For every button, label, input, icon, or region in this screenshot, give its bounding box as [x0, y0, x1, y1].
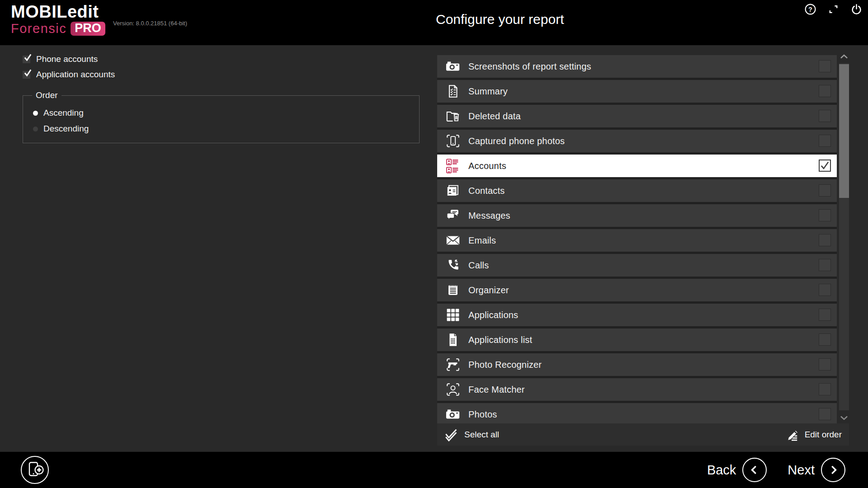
- messages-icon: [444, 207, 462, 224]
- account-type-checkboxes: Phone accountsApplication accounts: [23, 52, 420, 82]
- navigation: Back Next: [707, 452, 845, 488]
- report-item-label: Calls: [468, 260, 489, 271]
- footer-bar: Back Next: [0, 452, 868, 488]
- report-item-calls[interactable]: Calls: [437, 254, 837, 277]
- checkbox-box[interactable]: [23, 71, 30, 79]
- report-item-checkbox[interactable]: [819, 383, 831, 395]
- edit-order-button[interactable]: Edit order: [785, 428, 842, 441]
- report-item-photo-recognizer[interactable]: Photo Recognizer: [437, 353, 837, 376]
- report-item-organizer[interactable]: Organizer: [437, 279, 837, 301]
- select-all-button[interactable]: Select all: [444, 428, 499, 441]
- radio-dot[interactable]: [33, 111, 38, 116]
- header-bar: MOBILedit Forensic PRO Version: 8.0.0.21…: [0, 0, 868, 45]
- svg-text:?: ?: [808, 6, 812, 13]
- applications-list-icon: [444, 331, 462, 348]
- checkbox-phone-accounts[interactable]: Phone accounts: [23, 52, 420, 67]
- select-all-label: Select all: [464, 430, 499, 440]
- restore-window-icon[interactable]: [827, 3, 840, 15]
- accounts-icon: [444, 157, 462, 174]
- report-item-checkbox[interactable]: [819, 284, 831, 296]
- radio-ascending[interactable]: Ascending: [33, 108, 419, 118]
- camera-icon: [444, 406, 462, 423]
- report-item-face-matcher[interactable]: Face Matcher: [437, 378, 837, 401]
- report-item-applications[interactable]: Applications: [437, 304, 837, 326]
- edit-order-icon: [785, 428, 798, 441]
- edit-order-label: Edit order: [805, 430, 842, 440]
- logo-pro-badge: PRO: [71, 22, 105, 36]
- report-item-checkbox[interactable]: [819, 309, 831, 321]
- version-label: Version: 8.0.0.21851 (64-bit): [113, 20, 187, 27]
- chevron-right-icon: [827, 464, 839, 476]
- back-label: Back: [707, 463, 736, 478]
- captured-phone-icon: [444, 132, 462, 150]
- report-item-label: Summary: [468, 86, 508, 97]
- report-item-checkbox[interactable]: [819, 60, 831, 72]
- report-item-accounts[interactable]: Accounts: [437, 155, 837, 177]
- next-label: Next: [788, 463, 815, 478]
- add-phone-button[interactable]: [21, 456, 49, 484]
- report-item-label: Contacts: [468, 186, 505, 196]
- report-item-checkbox[interactable]: [819, 209, 831, 221]
- report-item-checkbox[interactable]: [819, 160, 831, 172]
- back-button[interactable]: [742, 458, 767, 482]
- scroll-down-icon[interactable]: [840, 415, 849, 421]
- applications-grid-icon: [444, 306, 462, 324]
- order-groupbox: Order AscendingDescending: [23, 95, 420, 143]
- logo-forensic: Forensic: [11, 22, 66, 35]
- report-item-summary[interactable]: Summary: [437, 80, 837, 103]
- mobiledit-logo: MOBILedit Forensic PRO: [11, 3, 105, 36]
- report-item-messages[interactable]: Messages: [437, 204, 837, 227]
- list-scrollbar[interactable]: [839, 53, 849, 423]
- report-item-checkbox[interactable]: [819, 110, 831, 122]
- report-item-label: Photos: [468, 409, 497, 420]
- power-icon[interactable]: [850, 3, 863, 15]
- report-list: Screenshots of report settingsSummaryDel…: [437, 55, 837, 423]
- report-item-applications-list[interactable]: Applications list: [437, 328, 837, 351]
- report-item-label: Captured phone photos: [468, 136, 565, 146]
- report-item-emails[interactable]: Emails: [437, 229, 837, 252]
- help-icon[interactable]: ?: [804, 3, 816, 15]
- checkbox-application-accounts[interactable]: Application accounts: [23, 67, 420, 82]
- report-item-label: Face Matcher: [468, 385, 525, 395]
- contacts-icon: [444, 182, 462, 199]
- order-group-label: Order: [32, 90, 61, 100]
- radio-label: Descending: [43, 124, 89, 134]
- page-title: Configure your report: [436, 12, 564, 27]
- report-item-contacts[interactable]: Contacts: [437, 179, 837, 202]
- left-panel: Phone accountsApplication accounts Order…: [23, 52, 420, 82]
- radio-descending[interactable]: Descending: [33, 123, 419, 134]
- report-item-photos[interactable]: Photos: [437, 403, 837, 423]
- report-item-checkbox[interactable]: [819, 85, 831, 97]
- report-item-label: Accounts: [468, 161, 506, 171]
- checkbox-label: Application accounts: [36, 70, 115, 80]
- report-item-checkbox[interactable]: [819, 184, 831, 197]
- add-phone-icon: [25, 460, 45, 480]
- emails-icon: [444, 232, 462, 249]
- report-item-checkbox[interactable]: [819, 259, 831, 271]
- report-item-label: Messages: [468, 211, 510, 221]
- select-all-icon: [444, 428, 458, 441]
- summary-document-icon: [444, 83, 462, 100]
- scroll-up-icon[interactable]: [840, 53, 849, 60]
- report-item-label: Applications list: [468, 335, 532, 345]
- camera-icon: [444, 58, 462, 75]
- radio-label: Ascending: [43, 108, 84, 118]
- scrollbar-track[interactable]: [839, 63, 849, 410]
- scrollbar-thumb[interactable]: [839, 64, 849, 198]
- list-actions-bar: Select all Edit order: [437, 423, 849, 446]
- radio-dot[interactable]: [33, 127, 38, 131]
- logo-subtitle: Forensic PRO: [11, 22, 105, 36]
- report-item-screenshots-of-report-settings[interactable]: Screenshots of report settings: [437, 55, 837, 78]
- app-window: MOBILedit Forensic PRO Version: 8.0.0.21…: [0, 0, 868, 488]
- checkbox-box[interactable]: [23, 56, 30, 63]
- report-item-checkbox[interactable]: [819, 234, 831, 246]
- report-item-checkbox[interactable]: [819, 135, 831, 147]
- report-item-label: Applications: [468, 310, 518, 320]
- report-item-checkbox[interactable]: [819, 408, 831, 420]
- next-button[interactable]: [821, 458, 845, 482]
- report-item-label: Emails: [468, 235, 496, 246]
- report-item-captured-phone-photos[interactable]: Captured phone photos: [437, 130, 837, 152]
- report-item-deleted-data[interactable]: Deleted data: [437, 105, 837, 127]
- report-item-checkbox[interactable]: [819, 333, 831, 346]
- report-item-checkbox[interactable]: [819, 358, 831, 371]
